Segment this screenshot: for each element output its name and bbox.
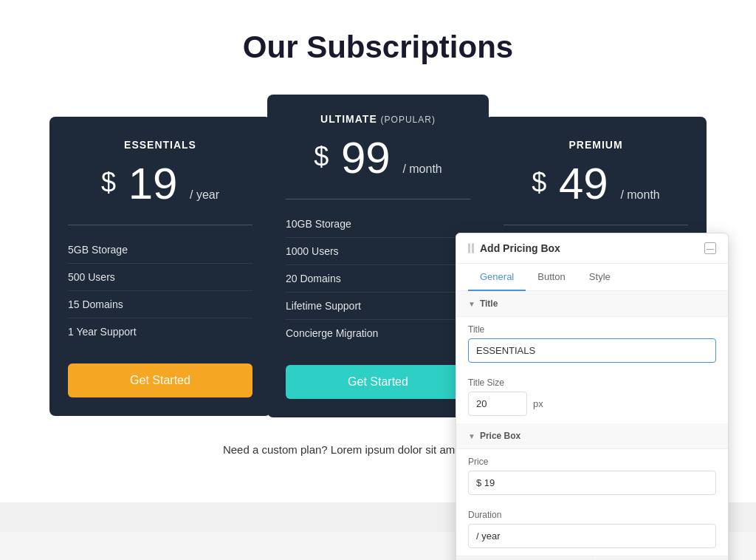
save-button[interactable]: Save [456, 556, 593, 560]
duration-field-group: Duration [456, 502, 728, 556]
tab-style[interactable]: Style [577, 264, 622, 291]
essentials-divider [68, 225, 252, 225]
essentials-title: ESSENTIALS [68, 139, 252, 151]
title-section-label: Title [480, 298, 498, 309]
title-size-unit: px [533, 398, 543, 409]
price-box-chevron-icon: ▼ [468, 432, 475, 440]
essentials-price-display: $ 19 / year [68, 162, 252, 206]
list-item: 1 Year Support [68, 318, 252, 345]
list-item: 10GB Storage [286, 211, 470, 238]
premium-title: PREMIUM [504, 139, 688, 151]
essentials-cta-button[interactable]: Get Started [68, 363, 252, 397]
page-title: Our Subscriptions [15, 30, 741, 65]
essentials-features: 5GB Storage 500 Users 15 Domains 1 Year … [68, 236, 252, 345]
add-pricing-box-panel: Add Pricing Box — General Button Style ▼… [456, 233, 729, 560]
drag-handle[interactable] [468, 243, 474, 253]
premium-divider [504, 225, 688, 225]
title-size-input[interactable] [468, 392, 527, 416]
tab-general[interactable]: General [468, 264, 526, 291]
tab-button[interactable]: Button [526, 264, 577, 291]
panel-title: Add Pricing Box [480, 242, 704, 254]
ultimate-cta-button[interactable]: Get Started [286, 365, 470, 399]
ultimate-title: ULTIMATE (Popular) [286, 113, 470, 125]
list-item: Concierge Migration [286, 320, 470, 346]
ultimate-price: $ 99 [314, 133, 402, 182]
popular-badge: (Popular) [381, 115, 436, 125]
panel-header: Add Pricing Box — [456, 233, 728, 264]
minimize-button[interactable]: — [704, 242, 716, 254]
price-field-label: Price [468, 457, 716, 467]
ultimate-features: 10GB Storage 1000 Users 20 Domains Lifet… [286, 211, 470, 346]
title-input[interactable] [468, 338, 716, 363]
panel-footer: Save Cancel [456, 556, 728, 560]
premium-price-display: $ 49 / month [504, 162, 688, 206]
list-item: 5GB Storage [68, 236, 252, 264]
list-item: 500 Users [68, 264, 252, 291]
price-field-group: Price [456, 449, 728, 502]
list-item: Lifetime Support [286, 293, 470, 320]
panel-tabs: General Button Style [456, 264, 728, 291]
ultimate-price-display: $ 99 / month [286, 136, 470, 180]
essentials-price: $ 19 [101, 159, 190, 208]
essentials-card: ESSENTIALS $ 19 / year 5GB Storage 500 U… [49, 117, 271, 416]
essentials-period: / year [190, 188, 219, 201]
premium-price: $ 49 [532, 159, 620, 208]
duration-field-label: Duration [468, 510, 716, 520]
price-box-section-label: Price Box [480, 431, 520, 441]
panel-body: ▼ Title Title Title Size px ▼ Price Box … [456, 291, 728, 556]
premium-period: / month [620, 188, 659, 201]
title-size-input-group: px [468, 392, 716, 416]
title-chevron-icon: ▼ [468, 300, 475, 308]
title-size-field-group: Title Size px [456, 370, 728, 423]
list-item: 1000 Users [286, 238, 470, 265]
title-field-label: Title [468, 324, 716, 335]
ultimate-divider [286, 199, 470, 199]
list-item: 15 Domains [68, 291, 252, 318]
title-field-group: Title [456, 317, 728, 370]
title-section-header[interactable]: ▼ Title [456, 291, 728, 317]
cancel-button[interactable]: Cancel [593, 556, 729, 560]
price-box-section-header[interactable]: ▼ Price Box [456, 423, 728, 449]
price-input[interactable] [468, 471, 716, 495]
duration-input[interactable] [468, 524, 716, 548]
list-item: 20 Domains [286, 265, 470, 293]
ultimate-period: / month [402, 163, 441, 175]
title-size-label: Title Size [468, 378, 716, 388]
